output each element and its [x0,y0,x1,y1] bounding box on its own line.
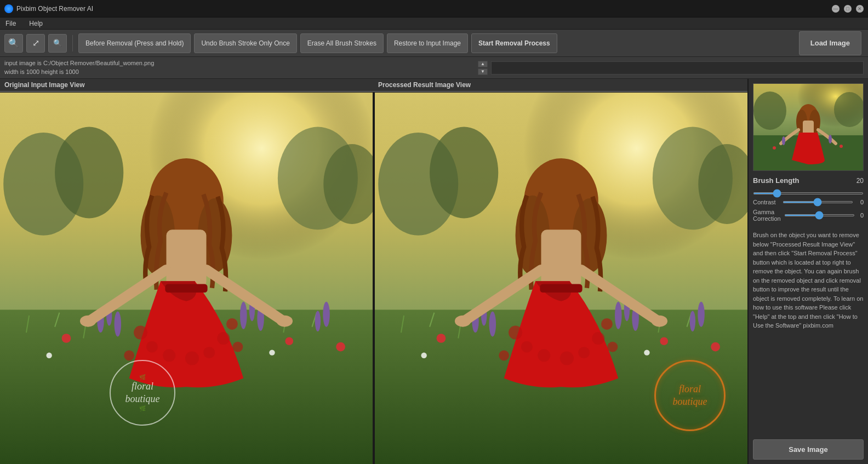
zoom-out-button[interactable]: 🔍 [48,34,67,53]
svg-point-15 [240,302,247,329]
minimize-button[interactable]: — [832,5,840,13]
svg-point-37 [185,352,199,365]
gamma-row: Gamma Correction 0 [753,209,864,222]
before-removal-button[interactable]: Before Removal (Press and Hold) [78,33,191,53]
erase-all-button[interactable]: Erase All Brush Strokes [300,33,384,53]
processed-image-panel[interactable]: floral boutique [375,93,747,464]
svg-point-36 [163,349,175,362]
svg-rect-43 [165,284,207,293]
original-image-panel[interactable]: 🌿 floral boutique 🌿 [0,93,375,464]
svg-point-81 [521,341,533,353]
svg-point-42 [232,342,243,352]
svg-point-73 [644,350,649,355]
svg-point-18 [315,311,321,331]
svg-point-87 [499,350,509,360]
restore-input-button[interactable]: Restore to Input Image [387,33,468,53]
brush-length-label: Brush Length [753,176,800,185]
title-bar-left: Pixbim Object Remover AI [4,4,93,13]
contrast-slider[interactable] [783,201,853,203]
help-text: Brush on the object you want to remove b… [753,231,864,330]
toolbar: 🔍 ⤢ 🔍 Before Removal (Press and Hold) Un… [0,30,868,57]
app-icon [4,4,13,13]
svg-point-20 [62,334,71,343]
maximize-button[interactable]: □ [844,5,852,13]
original-image-svg [0,93,373,464]
gamma-slider[interactable] [784,214,855,216]
main-area: Original Input Image View Processed Resu… [0,79,868,464]
contrast-label: Contrast [753,199,779,205]
gamma-label: Gamma Correction [753,209,781,222]
close-button[interactable]: ✕ [856,5,864,13]
svg-point-80 [509,326,522,340]
zoom-fit-button[interactable]: ⤢ [26,34,45,53]
svg-point-3 [55,127,123,219]
svg-point-60 [489,311,496,336]
processed-panel-label: Processed Result Image View [374,79,747,92]
svg-point-34 [134,326,147,340]
panel-labels: Original Input Image View Processed Resu… [0,79,747,93]
svg-point-61 [615,302,622,329]
brush-length-slider[interactable] [753,192,864,194]
svg-point-49 [430,127,498,219]
start-removal-button[interactable]: Start Removal Process [471,33,557,53]
zoom-in-icon: 🔍 [8,38,19,48]
svg-point-91 [652,316,667,327]
undo-brush-button[interactable]: Undo Brush Stroke Only Once [194,33,296,53]
menu-help[interactable]: Help [26,19,46,28]
scroll-up-arrow[interactable]: ▲ [478,61,488,67]
svg-point-64 [690,311,695,331]
svg-rect-33 [166,230,206,287]
save-image-button[interactable]: Save Image [753,439,864,460]
status-bar: input image is C:/Object Remover/Beautif… [0,57,868,79]
brush-length-section: Brush Length 20 Contrast 0 Gamma Correct… [753,176,864,225]
svg-point-41 [124,350,134,360]
status-line2: width is 1000 height is 1000 [4,68,475,76]
svg-point-38 [203,347,215,358]
processed-image-svg [375,93,747,464]
svg-point-85 [592,332,604,345]
svg-point-24 [336,342,345,352]
zoom-fit-icon: ⤢ [32,38,39,48]
svg-point-14 [115,311,122,336]
status-line1: input image is C:/Object Remover/Beautif… [4,59,475,67]
brush-length-value: 20 [856,177,864,185]
title-bar-controls: — □ ✕ [832,5,864,13]
svg-point-88 [607,342,618,352]
zoom-out-icon: 🔍 [53,39,62,47]
svg-point-27 [269,350,275,355]
result-scrollbar[interactable] [491,61,864,75]
svg-point-101 [782,136,785,145]
gamma-value: 0 [858,212,864,219]
svg-point-71 [421,353,426,358]
svg-point-19 [323,302,330,327]
load-image-button[interactable]: Load Image [799,31,861,55]
svg-point-84 [578,347,590,358]
svg-point-40 [226,318,238,330]
svg-point-23 [285,337,293,345]
zoom-in-button[interactable]: 🔍 [4,34,23,53]
contrast-row: Contrast 0 [753,199,864,205]
original-panel-label: Original Input Image View [0,79,374,92]
help-text-content: Brush on the object you want to remove b… [753,232,863,329]
svg-point-44 [80,316,96,327]
svg-point-39 [217,332,230,345]
svg-rect-79 [541,230,581,287]
menu-file[interactable]: File [2,19,19,28]
thumbnail-image [753,84,863,170]
thumbnail-svg [753,84,863,170]
svg-point-35 [146,341,158,353]
image-views: 🌿 floral boutique 🌿 [0,93,747,464]
svg-point-70 [711,342,720,352]
thumbnail-area [753,83,864,171]
title-bar: Pixbim Object Remover AI — □ ✕ [0,0,868,18]
svg-rect-89 [540,284,582,293]
scroll-arrows: ▲ ▼ [478,61,488,75]
toolbar-separator-1 [72,35,73,51]
right-sidebar: Brush Length 20 Contrast 0 Gamma Correct… [747,79,868,464]
svg-point-102 [829,135,832,144]
svg-point-86 [601,318,613,330]
image-panels: Original Input Image View Processed Resu… [0,79,747,464]
scroll-down-arrow[interactable]: ▼ [478,68,488,75]
svg-point-82 [538,349,550,362]
svg-point-104 [840,145,843,148]
